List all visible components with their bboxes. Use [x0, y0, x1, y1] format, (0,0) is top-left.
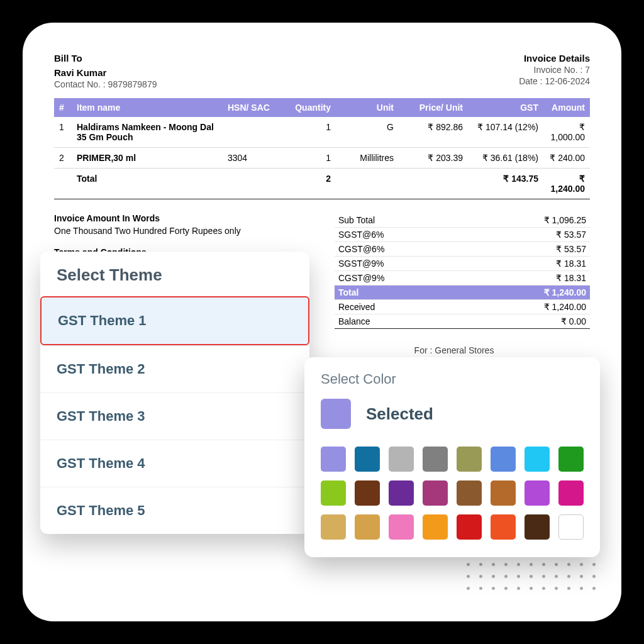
color-swatch[interactable]: [355, 514, 380, 540]
color-swatch[interactable]: [389, 447, 414, 472]
color-swatch[interactable]: [558, 447, 584, 472]
selected-color-swatch: [321, 399, 351, 429]
bill-to-label: Bill To: [54, 53, 157, 64]
theme-option[interactable]: GST Theme 4: [40, 440, 309, 487]
summary-row: CGST@9%₹ 18.31: [335, 271, 590, 286]
color-swatch[interactable]: [423, 514, 448, 540]
table-row: 1Haldirams Namkeen - Moong Dal 35 Gm Pou…: [54, 117, 590, 148]
amount-in-words-text: One Thousand Two Hundred Forty Rupees on…: [54, 226, 309, 236]
color-swatch[interactable]: [457, 514, 482, 540]
summary-row: SGST@9%₹ 18.31: [335, 257, 590, 271]
select-theme-title: Select Theme: [40, 259, 309, 296]
summary-row: Total₹ 1,240.00: [335, 286, 590, 300]
col-unit: Unit: [336, 98, 399, 117]
color-swatch[interactable]: [525, 447, 550, 472]
summary-box: Sub Total₹ 1,096.25SGST@6%₹ 53.57CGST@6%…: [335, 213, 590, 329]
col-index: #: [54, 98, 72, 117]
col-qty: Quantity: [279, 98, 336, 117]
color-swatch[interactable]: [321, 480, 346, 506]
theme-option[interactable]: GST Theme 1: [40, 296, 309, 345]
bill-to-contact: Contact No. : 9879879879: [54, 79, 157, 89]
color-swatch[interactable]: [355, 447, 380, 472]
for-line: For : General Stores: [318, 345, 590, 355]
invoice-details-label: Invoice Details: [519, 53, 590, 64]
invoice-date: Date : 12-06-2024: [519, 76, 590, 86]
color-swatch[interactable]: [491, 480, 516, 506]
summary-row: Received₹ 1,240.00: [335, 300, 590, 314]
bill-to-name: Ravi Kumar: [54, 67, 157, 78]
select-color-panel: Select Color Selected: [304, 357, 600, 557]
summary-row: CGST@6%₹ 53.57: [335, 242, 590, 257]
theme-option[interactable]: GST Theme 3: [40, 392, 309, 440]
table-total-row: Total2₹ 143.75₹ 1,240.00: [54, 169, 590, 199]
selected-color-label: Selected: [366, 404, 433, 424]
summary-row: Sub Total₹ 1,096.25: [335, 213, 590, 228]
col-item: Item name: [72, 98, 223, 117]
color-swatch[interactable]: [525, 514, 550, 540]
amount-in-words-label: Invoice Amount In Words: [54, 213, 309, 223]
color-swatch[interactable]: [423, 447, 448, 472]
invoice-number: Invoice No. : 7: [519, 65, 590, 75]
select-theme-panel: Select Theme GST Theme 1GST Theme 2GST T…: [40, 252, 309, 534]
table-row: 2PRIMER,30 ml33041Millilitres₹ 203.39₹ 3…: [54, 148, 590, 169]
color-swatch[interactable]: [558, 514, 584, 540]
col-hsn: HSN/ SAC: [223, 98, 279, 117]
color-swatch[interactable]: [457, 480, 482, 506]
color-swatch[interactable]: [355, 480, 380, 506]
summary-row: SGST@6%₹ 53.57: [335, 228, 590, 242]
color-swatch[interactable]: [389, 480, 414, 506]
col-amount: Amount: [543, 98, 590, 117]
col-gst: GST: [468, 98, 543, 117]
color-grid: [321, 447, 584, 540]
color-swatch[interactable]: [491, 514, 516, 540]
color-swatch[interactable]: [321, 514, 346, 540]
theme-option[interactable]: GST Theme 5: [40, 487, 309, 534]
color-swatch[interactable]: [423, 480, 448, 506]
color-swatch[interactable]: [389, 514, 414, 540]
invoice-header: Bill To Ravi Kumar Contact No. : 9879879…: [54, 53, 590, 89]
summary-row: Balance₹ 0.00: [335, 314, 590, 329]
color-swatch[interactable]: [491, 447, 516, 472]
col-price: Price/ Unit: [399, 98, 468, 117]
select-color-title: Select Color: [321, 371, 584, 387]
color-swatch[interactable]: [558, 480, 584, 506]
color-swatch[interactable]: [457, 447, 482, 472]
items-table: # Item name HSN/ SAC Quantity Unit Price…: [54, 98, 590, 199]
color-swatch[interactable]: [525, 480, 550, 506]
color-swatch[interactable]: [321, 447, 346, 472]
theme-option[interactable]: GST Theme 2: [40, 345, 309, 392]
